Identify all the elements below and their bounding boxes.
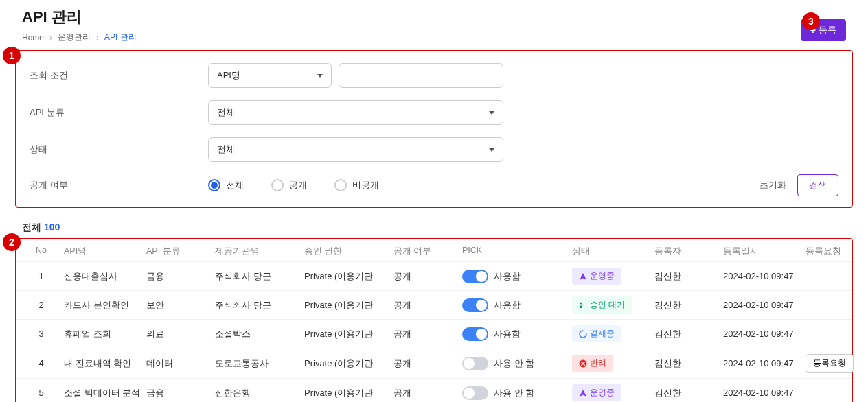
pick-label: 사용함 <box>494 328 521 340</box>
radio-private[interactable]: 비공개 <box>334 179 379 191</box>
register-request-button[interactable]: 등록요청 <box>806 354 854 373</box>
cell-regdate: 2024-02-10 09:47 <box>723 300 806 310</box>
cell-visibility: 공개 <box>393 270 462 283</box>
cell-provider: 주식쇠사 당근 <box>215 299 304 311</box>
category-select[interactable]: 전체 <box>208 100 503 125</box>
chevron-right-icon: › <box>49 33 52 43</box>
status-text: 승인 대기 <box>590 299 625 311</box>
breadcrumb-level1[interactable]: 운영관리 <box>58 32 91 43</box>
cell-permission: Private (이용기관 <box>304 299 393 311</box>
cell-visibility: 공개 <box>393 387 462 399</box>
cell-visibility: 공개 <box>393 328 462 340</box>
table-row: 4내 진료내역 확인데이터도로교통공사Private (이용기관공개사용 안 함… <box>16 348 852 378</box>
radio-private-label: 비공개 <box>352 179 379 191</box>
pick-toggle[interactable] <box>462 270 488 283</box>
cell-registrant: 김신한 <box>654 270 723 283</box>
cell-regrequest: 등록요청 <box>806 354 868 373</box>
cell-name: 카드사 본인확인 <box>64 299 146 311</box>
callout-2: 2 <box>3 233 21 251</box>
table-row: 3휴폐업 조회의료소셜박스Private (이용기관공개사용함결재중김신한202… <box>16 319 852 348</box>
condition-select-value: API명 <box>217 69 240 82</box>
total-count: 전체 100 <box>22 222 860 234</box>
cell-pick: 사용함 <box>462 327 572 341</box>
status-badge: 승인 대기 <box>572 296 632 314</box>
total-label: 전체 <box>22 222 41 233</box>
cell-category: 데이터 <box>146 357 215 370</box>
cell-name: 신용대출심사 <box>64 270 146 283</box>
radio-icon <box>334 179 347 191</box>
pick-label: 사용 안 함 <box>494 357 534 370</box>
status-badge: 결재중 <box>572 325 621 342</box>
cell-no: 1 <box>23 271 64 281</box>
chevron-down-icon <box>489 148 494 152</box>
page-title: API 관리 <box>22 7 137 27</box>
chevron-down-icon <box>317 74 323 78</box>
cell-regdate: 2024-02-10 09:47 <box>723 271 806 281</box>
table-row: 2카드사 본인확인보안주식쇠사 당근Private (이용기관공개사용함승인 대… <box>16 290 852 319</box>
th-status: 상태 <box>572 246 654 257</box>
table-row: 5소셜 빅데이터 분석금융신한은행Private (이용기관공개사용 안 함운영… <box>16 378 852 402</box>
status-text: 결재중 <box>590 328 615 340</box>
cell-no: 2 <box>23 300 64 310</box>
th-visibility: 공개 여부 <box>393 246 462 257</box>
label-condition: 조회 조건 <box>30 69 208 82</box>
cell-no: 5 <box>23 388 64 398</box>
pick-toggle[interactable] <box>462 298 488 312</box>
table-row: 1신용대출심사금융주식회사 당근Private (이용기관공개사용함운영중김신한… <box>16 261 852 290</box>
status-badge: 운영중 <box>572 268 621 285</box>
th-name: API명 <box>64 246 146 257</box>
category-select-value: 전체 <box>217 106 235 119</box>
search-button[interactable]: 검색 <box>797 174 838 196</box>
cell-registrant: 김신한 <box>654 387 723 399</box>
radio-all[interactable]: 전체 <box>208 179 244 191</box>
cell-category: 의료 <box>146 328 215 340</box>
cell-visibility: 공개 <box>393 357 462 370</box>
cell-no: 4 <box>23 358 64 368</box>
cell-registrant: 김신한 <box>654 357 723 370</box>
th-no: No <box>23 246 64 257</box>
status-text: 반려 <box>590 357 606 369</box>
radio-icon <box>271 179 284 191</box>
cell-regdate: 2024-02-10 09:47 <box>723 329 806 339</box>
cell-provider: 주식회사 당근 <box>215 270 304 283</box>
cell-permission: Private (이용기관 <box>304 270 393 283</box>
condition-select[interactable]: API명 <box>208 63 332 88</box>
status-text: 운영중 <box>590 270 615 282</box>
condition-input[interactable] <box>339 63 503 88</box>
th-category: API 분류 <box>146 246 215 257</box>
radio-icon <box>208 179 220 191</box>
status-badge: 운영중 <box>572 384 621 401</box>
status-text: 운영중 <box>590 387 615 399</box>
cell-status: 승인 대기 <box>572 296 654 314</box>
th-regrequest: 등록요청 <box>806 246 868 257</box>
pick-label: 사용함 <box>494 299 521 311</box>
pick-toggle[interactable] <box>462 386 488 400</box>
cell-status: 운영중 <box>572 268 654 285</box>
cell-category: 보안 <box>146 299 215 311</box>
callout-1: 1 <box>3 47 21 64</box>
pick-toggle[interactable] <box>462 357 488 370</box>
cell-pick: 사용함 <box>462 298 572 312</box>
cell-regdate: 2024-02-10 09:47 <box>723 358 806 368</box>
cell-regdate: 2024-02-10 09:47 <box>723 388 806 398</box>
pick-label: 사용 안 함 <box>494 387 534 399</box>
register-label: 등록 <box>819 24 836 36</box>
breadcrumb-home[interactable]: Home <box>22 33 44 43</box>
breadcrumb: Home › 운영관리 › API 관리 <box>22 32 137 43</box>
label-status: 상태 <box>30 143 208 156</box>
cell-permission: Private (이용기관 <box>304 387 393 399</box>
pick-toggle[interactable] <box>462 327 488 341</box>
total-number: 100 <box>44 222 60 233</box>
label-category: API 분류 <box>30 106 208 119</box>
cell-pick: 사용함 <box>462 270 572 283</box>
cell-provider: 소셜박스 <box>215 328 304 340</box>
th-provider: 제공기관명 <box>215 246 304 257</box>
cell-no: 3 <box>23 329 64 339</box>
cell-visibility: 공개 <box>393 299 462 311</box>
status-select[interactable]: 전체 <box>208 137 503 162</box>
reset-button[interactable]: 초기화 <box>760 179 786 191</box>
label-visibility: 공개 여부 <box>30 179 208 191</box>
radio-public-label: 공개 <box>289 179 307 191</box>
radio-public[interactable]: 공개 <box>271 179 307 191</box>
status-badge: 반려 <box>572 355 613 372</box>
